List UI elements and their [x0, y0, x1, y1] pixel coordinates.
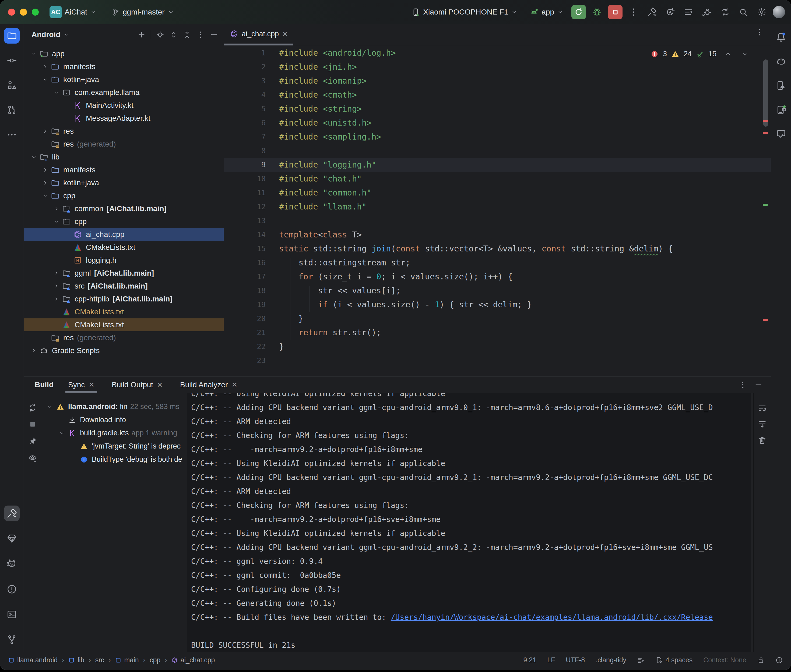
- build-tab-build-output[interactable]: Build Output✕: [109, 376, 165, 393]
- expand-all-button[interactable]: [168, 29, 180, 41]
- code-editor[interactable]: 1#include <android/log.h>2#include <jni.…: [224, 46, 771, 376]
- status-error-outline[interactable]: [775, 656, 783, 664]
- stop-button[interactable]: [608, 5, 623, 19]
- hide-panel-icon[interactable]: [754, 381, 763, 389]
- hide-button[interactable]: [208, 29, 220, 41]
- run-button[interactable]: [571, 5, 586, 19]
- close-tab-icon[interactable]: ✕: [157, 381, 163, 389]
- status-context-none[interactable]: Context: None: [703, 656, 746, 664]
- preview-eye-button[interactable]: [27, 452, 39, 464]
- tree-item-mainactivity-kt[interactable]: MainActivity.kt: [24, 99, 224, 112]
- tree-item-manifests[interactable]: manifests: [24, 60, 224, 73]
- status-4-spaces[interactable]: 4 spaces: [655, 656, 693, 664]
- status-lf[interactable]: LF: [547, 656, 555, 664]
- tree-item-gradle-scripts[interactable]: Gradle Scripts: [24, 344, 224, 357]
- close-tab-icon[interactable]: ✕: [88, 381, 95, 389]
- settings-button[interactable]: [754, 5, 769, 19]
- scroll-to-end-button[interactable]: [756, 418, 768, 430]
- search-everywhere-button[interactable]: [736, 5, 751, 19]
- tree-item-res[interactable]: res(generated): [24, 331, 224, 344]
- close-tab-icon[interactable]: ✕: [231, 381, 237, 389]
- user-avatar[interactable]: [773, 6, 785, 18]
- tree-item-res[interactable]: res: [24, 125, 224, 138]
- run-configuration-selector[interactable]: app: [525, 5, 568, 19]
- tree-item-ggml[interactable]: ggml[AiChat.lib.main]: [24, 267, 224, 280]
- tool-gradle-button[interactable]: [774, 54, 788, 68]
- tree-item-messageadapter-kt[interactable]: MessageAdapter.kt: [24, 112, 224, 125]
- attach-debugger-button[interactable]: [700, 5, 714, 19]
- tool-terminal-button[interactable]: [4, 606, 20, 622]
- tree-item-cpp[interactable]: cpp: [24, 215, 224, 228]
- tool-gemini-chat-button[interactable]: [774, 127, 788, 141]
- prev-problem-icon[interactable]: [725, 51, 732, 58]
- tree-item-cpp[interactable]: cpp: [24, 189, 224, 202]
- clear-trash-button[interactable]: [756, 435, 768, 446]
- status-unlock[interactable]: [757, 656, 765, 664]
- tool-app-insights-gem-button[interactable]: [4, 531, 20, 546]
- inspections-widget[interactable]: 32415: [650, 50, 748, 58]
- status-formatter[interactable]: [637, 656, 645, 664]
- close-tab-icon[interactable]: ✕: [282, 30, 288, 38]
- sync-gradle-button[interactable]: [663, 5, 677, 19]
- breadcrumb-item[interactable]: main: [115, 656, 139, 664]
- tree-item-manifests[interactable]: manifests: [24, 163, 224, 176]
- tree-item-common[interactable]: common[AiChat.lib.main]: [24, 202, 224, 215]
- next-problem-icon[interactable]: [741, 51, 748, 58]
- editor-scrollbar[interactable]: [762, 46, 769, 376]
- stop-square-button[interactable]: [27, 418, 39, 430]
- branch-selector[interactable]: ggml-master: [107, 6, 178, 19]
- build-tree-item[interactable]: build.gradle.ktsapp 1 warning: [41, 427, 187, 440]
- refresh-sync-button[interactable]: [27, 402, 39, 414]
- build-tree-item[interactable]: 'jvmTarget: String' is deprec: [41, 440, 187, 453]
- tool-notifications-bell-button[interactable]: [774, 30, 788, 44]
- tool-commit-button[interactable]: [4, 53, 20, 68]
- build-tree-item[interactable]: llama.android: fin22 sec, 583 ms: [41, 400, 187, 413]
- status--clang-tidy[interactable]: .clang-tidy: [595, 656, 626, 664]
- build-tree-item[interactable]: Download info: [41, 413, 187, 427]
- tool-project-folder-button[interactable]: [4, 28, 20, 43]
- build-tab-sync[interactable]: Sync✕: [66, 376, 97, 393]
- breadcrumb-item[interactable]: src: [95, 656, 104, 664]
- profiler-button[interactable]: [681, 5, 696, 19]
- console-scrollbar[interactable]: [751, 393, 753, 654]
- minimize-window-button[interactable]: [20, 9, 27, 16]
- update-project-button[interactable]: [718, 5, 732, 19]
- tree-item-cmakelists-txt[interactable]: CMakeLists.txt: [24, 318, 224, 331]
- more-kebab-button[interactable]: [194, 29, 207, 41]
- breadcrumb-item[interactable]: lib: [68, 656, 84, 664]
- tree-item-cmakelists-txt[interactable]: CMakeLists.txt: [24, 241, 224, 254]
- close-window-button[interactable]: [8, 9, 15, 16]
- tool-more-dots-button[interactable]: [4, 127, 20, 142]
- tree-item-kotlin-java[interactable]: kotlin+java: [24, 73, 224, 86]
- tool-device-manager-button[interactable]: [774, 78, 788, 93]
- status-9-21[interactable]: 9:21: [523, 656, 536, 664]
- pin-button[interactable]: [27, 435, 39, 447]
- tree-item-app[interactable]: app: [24, 47, 224, 60]
- tree-item-ai-chat-cpp[interactable]: ai_chat.cpp: [24, 228, 224, 241]
- scrollbar-thumb[interactable]: [763, 59, 768, 126]
- build-hammer-button[interactable]: [645, 5, 659, 19]
- tool-pull-requests-button[interactable]: [4, 102, 20, 118]
- tree-item-logging-h[interactable]: logging.h: [24, 254, 224, 267]
- project-view-mode[interactable]: Android: [32, 30, 60, 39]
- kebab-button[interactable]: [626, 5, 641, 19]
- status-utf-8[interactable]: UTF-8: [566, 656, 585, 664]
- tool-logcat-cat-button[interactable]: [4, 556, 20, 572]
- tree-item-cmakelists-txt[interactable]: CMakeLists.txt: [24, 306, 224, 318]
- collapse-all-button[interactable]: [181, 29, 193, 41]
- tree-item-com-example-llama[interactable]: com.example.llama: [24, 86, 224, 99]
- breadcrumb-item[interactable]: ai_chat.cpp: [172, 656, 215, 664]
- project-selector[interactable]: AC AiChat: [46, 4, 101, 21]
- tree-item-cpp-httplib[interactable]: cpp-httplib[AiChat.lib.main]: [24, 293, 224, 306]
- tree-item-res[interactable]: res(generated): [24, 138, 224, 150]
- tool-running-devices-button[interactable]: [774, 103, 788, 117]
- build-panel-options-icon[interactable]: [738, 381, 747, 389]
- tool-problems-button[interactable]: [4, 581, 20, 597]
- locate-button[interactable]: [154, 29, 166, 41]
- breadcrumb-item[interactable]: llama.android: [8, 656, 58, 664]
- tool-structure-button[interactable]: [4, 77, 20, 93]
- console-link[interactable]: /Users/hanyin/Workspace/ai-chat/examples…: [391, 613, 713, 622]
- tree-item-src[interactable]: src[AiChat.lib.main]: [24, 280, 224, 293]
- tool-build-hammer-button[interactable]: [4, 506, 20, 521]
- tree-item-lib[interactable]: lib: [24, 150, 224, 163]
